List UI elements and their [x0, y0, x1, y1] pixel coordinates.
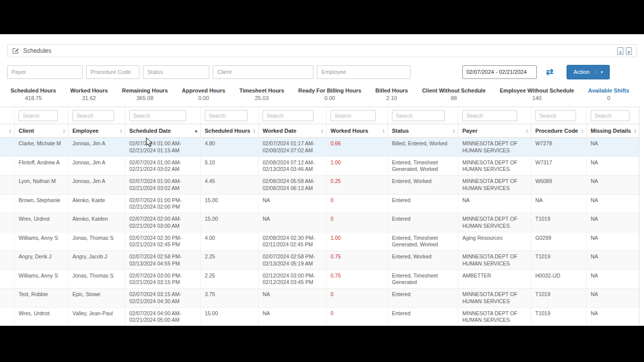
table-row[interactable]: Brown, StephanieAlenko, Kaide02/07/2024 … [0, 195, 639, 214]
cell-employee: Alenko, Kaide [68, 195, 125, 213]
cell-scheduled-date: 02/07/2024 02:30 PM-02/21/2024 02:45 PM [125, 232, 200, 251]
stat-value: 0.00 [298, 95, 361, 101]
column-header-payer[interactable]: Payer▴▾ [458, 124, 531, 137]
cell-scheduled-date: 02/07/2024 01:00 PM-02/21/2024 02:00 PM [125, 195, 200, 213]
cell-missing-details: NA [586, 289, 639, 307]
date-line: 02/07/2024 02:58 PM- [129, 253, 197, 260]
stat-worked-hours: Worked Hours31.62 [70, 87, 108, 101]
sort-down-icon: ▾ [254, 131, 255, 133]
column-header-blank[interactable]: ▴▾ [0, 124, 14, 137]
cell-employee: Angry, Jacob J [68, 251, 125, 269]
cell-expand [0, 289, 14, 307]
date-line: 02/13/2024 05:19 AM [263, 260, 323, 267]
table-row[interactable]: Williams, Anny SJonas, Thomas S02/07/202… [0, 270, 639, 289]
date-line: 02/13/2024 03:46 AM [263, 166, 323, 173]
action-button[interactable]: Action ▾ [567, 65, 610, 79]
cell-scheduled-date: 02/07/2024 02:00 AM-02/21/2024 03:00 AM [125, 213, 200, 232]
cell-worked-date: 02/12/2024 03:00 PM-02/12/2024 03:45 PM [258, 270, 326, 289]
cell-procedure-code: W7317 [531, 157, 586, 175]
column-header-procedure-code[interactable]: Procedure Code▴▾ [531, 124, 586, 137]
cell-worked-hours: 0.66 [326, 138, 387, 156]
search-cell-employee [68, 107, 125, 124]
stat-value: 365.08 [122, 95, 168, 101]
stat-label: Approved Hours [182, 87, 225, 94]
table-row[interactable]: Wrex, UrdnotValley, Jean-Paul02/07/2024 … [0, 308, 639, 326]
filter-row: ⇄ Action ▾ [0, 65, 644, 79]
table-row[interactable]: Flintoff, Andrew AJonnas, Jim A02/07/202… [0, 157, 639, 176]
sort-down-icon: ▾ [63, 131, 65, 133]
cell-worked-date: 02/08/2024 02:30 PM-02/11/2024 02:45 PM [258, 232, 326, 251]
stat-label: Billed Hours [375, 87, 408, 94]
column-header-status[interactable]: Status▴▾ [387, 124, 458, 137]
cell-procedure-code: T1019 [531, 251, 586, 269]
cell-missing-details: NA [586, 213, 639, 232]
date-line: 02/08/2024 02:30 PM- [263, 235, 323, 242]
cell-status: Entered [387, 308, 458, 326]
table-row[interactable]: Test, RobbieEpic, Stowe02/07/2024 03:15 … [0, 289, 639, 308]
stat-remaining-hours: Remaining Hours365.08 [122, 87, 168, 101]
column-header-client[interactable]: Client▴▾ [14, 124, 68, 137]
search-input-worked-date[interactable] [263, 110, 313, 121]
table-row[interactable]: Angry, Derik JAngry, Jacob J02/07/2024 0… [0, 251, 639, 270]
export-pdf-icon[interactable]: P [626, 47, 632, 55]
status-filter-input[interactable] [143, 65, 209, 79]
cell-client: Lyon, Nathan M [14, 175, 68, 194]
export-excel-icon[interactable]: X [617, 47, 623, 55]
sort-icon: ▴▾ [10, 128, 11, 133]
search-input-missing-details[interactable] [591, 110, 629, 121]
table-row[interactable]: Wrex, UrdnotAlenko, Kaiden02/07/2024 02:… [0, 213, 639, 232]
employee-filter-input[interactable] [317, 65, 411, 79]
search-input-scheduled-date[interactable] [129, 110, 186, 121]
search-input-client[interactable] [19, 110, 58, 121]
column-header-scheduled-date[interactable]: Scheduled Date▴ [125, 124, 200, 137]
search-input-payer[interactable] [462, 110, 517, 121]
cell-scheduled-date: 02/07/2024 01:00 AM-02/21/2024 03:02 AM [125, 157, 200, 175]
date-line: 02/07/2024 01:00 AM- [129, 159, 197, 166]
search-cell-blank [0, 107, 14, 124]
cell-worked-date: 02/08/2024 07:12 AM-02/13/2024 03:46 AM [258, 157, 326, 175]
refresh-icon[interactable]: ⇄ [546, 67, 553, 76]
column-header-scheduled-hours[interactable]: Scheduled Hours▴▾ [200, 124, 258, 137]
table-row[interactable]: Williams, Anny SJonas, Thomas S02/07/202… [0, 232, 639, 251]
cell-scheduled-hours: 4.45 [200, 175, 258, 194]
cell-scheduled-date: 02/07/2024 03:00 PM-02/21/2024 03:15 PM [125, 270, 200, 289]
stat-value: 88 [422, 95, 486, 101]
search-cell-worked-hours [326, 107, 387, 124]
sort-down-icon: ▾ [634, 131, 636, 133]
search-cell-client [14, 107, 68, 124]
procedure-code-filter-input[interactable] [86, 65, 139, 79]
cell-scheduled-hours: 4.00 [200, 232, 258, 251]
stat-available-shifts[interactable]: Available Shifts0 [588, 87, 629, 101]
payer-filter-input[interactable] [7, 65, 83, 79]
client-filter-input[interactable] [213, 65, 313, 79]
table-header-row: ▴▾Client▴▾Employee▴▾Scheduled Date▴Sched… [0, 124, 639, 138]
cell-employee: Jonas, Thomas S [68, 232, 125, 251]
table-row[interactable]: Lyon, Nathan MJonnas, Jim A02/07/2024 01… [0, 175, 639, 195]
search-input-procedure-code[interactable] [535, 110, 576, 121]
table-row[interactable]: Clarke, Michale MJonnas, Jim A02/07/2024… [0, 138, 639, 157]
cell-scheduled-hours: 5.10 [200, 157, 258, 175]
column-header-worked-date[interactable]: Worked Date▴▾ [258, 124, 326, 137]
search-input-status[interactable] [392, 110, 445, 121]
column-header-worked-hours[interactable]: Worked Hours▴▾ [326, 124, 387, 137]
date-line: 02/07/2024 01:00 AM- [129, 140, 197, 147]
column-header-employee[interactable]: Employee▴▾ [68, 124, 125, 137]
cell-expand [0, 195, 14, 213]
cell-scheduled-hours: 15.00 [200, 308, 258, 326]
cell-scheduled-date: 02/07/2024 02:58 PM-02/13/2024 04:55 PM [125, 251, 200, 269]
search-input-worked-hours[interactable] [331, 110, 376, 121]
cell-status: Entered [387, 213, 458, 232]
export-icons: X P [617, 47, 632, 55]
date-line: 02/12/2024 03:45 PM [263, 279, 323, 286]
search-input-scheduled-hours[interactable] [205, 110, 248, 121]
column-header-missing-details[interactable]: Missing Details▴▾ [586, 124, 639, 137]
cell-status: Entered, Timesheet Generated [387, 270, 458, 289]
date-range-input[interactable] [462, 65, 537, 79]
cell-expand [0, 138, 14, 156]
stat-label: Ready For Billing Hours [298, 87, 361, 94]
column-header-label: Worked Hours [331, 128, 368, 134]
search-input-employee[interactable] [72, 110, 114, 121]
sort-down-icon: ▾ [582, 131, 583, 133]
date-line: 02/21/2024 03:02 AM [129, 166, 197, 173]
date-line: 02/21/2024 02:00 PM [129, 204, 197, 211]
